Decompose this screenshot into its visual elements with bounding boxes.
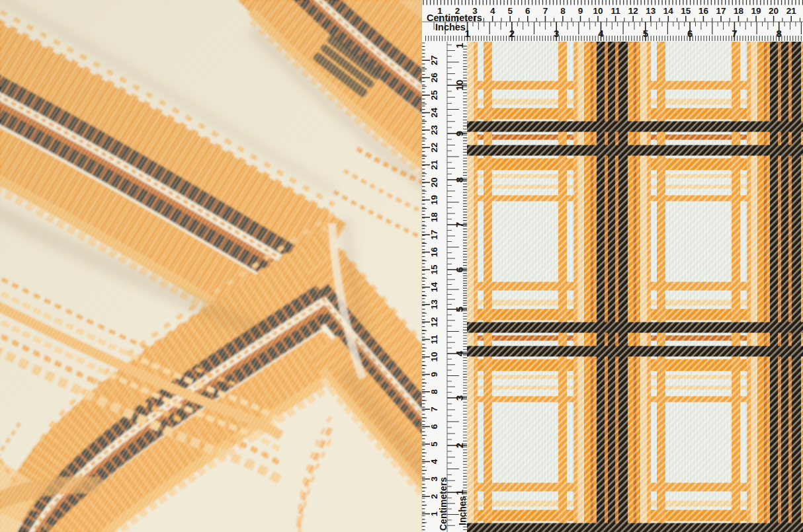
svg-text:6: 6 (429, 424, 439, 429)
svg-text:9: 9 (429, 372, 439, 377)
svg-text:12: 12 (429, 317, 439, 327)
svg-text:8: 8 (777, 28, 782, 39)
svg-text:8: 8 (429, 389, 439, 395)
svg-text:18: 18 (429, 212, 439, 223)
svg-text:4: 4 (490, 6, 495, 16)
svg-text:17: 17 (716, 6, 726, 16)
svg-text:5: 5 (429, 441, 439, 447)
svg-text:5: 5 (643, 28, 648, 39)
svg-text:Centimeters: Centimeters (438, 477, 448, 531)
svg-text:7: 7 (543, 6, 548, 16)
svg-text:19: 19 (429, 195, 439, 205)
svg-text:1: 1 (454, 490, 465, 495)
svg-text:14: 14 (429, 282, 439, 292)
svg-text:7: 7 (429, 406, 439, 412)
svg-text:1: 1 (464, 28, 470, 39)
svg-text:19: 19 (751, 6, 761, 16)
svg-text:8: 8 (454, 177, 465, 182)
svg-text:8: 8 (560, 6, 566, 16)
svg-text:9: 9 (578, 6, 583, 16)
svg-text:2: 2 (509, 28, 515, 39)
svg-text:1: 1 (454, 43, 465, 48)
svg-text:10: 10 (454, 80, 465, 91)
svg-text:2: 2 (454, 443, 465, 448)
svg-text:21: 21 (786, 6, 797, 16)
svg-text:4: 4 (429, 459, 439, 464)
svg-text:3: 3 (454, 395, 465, 400)
svg-text:15: 15 (681, 6, 691, 16)
svg-text:6: 6 (525, 6, 530, 16)
svg-text:23: 23 (429, 125, 439, 135)
svg-text:15: 15 (429, 264, 439, 275)
svg-text:7: 7 (732, 28, 737, 39)
svg-text:21: 21 (429, 160, 439, 171)
svg-text:18: 18 (734, 6, 744, 16)
svg-text:4: 4 (454, 350, 465, 356)
svg-text:26: 26 (429, 73, 439, 83)
svg-text:25: 25 (429, 90, 439, 100)
svg-text:27: 27 (429, 56, 439, 65)
svg-text:11: 11 (611, 6, 620, 16)
svg-text:22: 22 (429, 143, 439, 153)
svg-text:5: 5 (507, 6, 513, 16)
svg-text:16: 16 (429, 247, 439, 258)
svg-text:13: 13 (646, 6, 656, 16)
svg-text:7: 7 (454, 222, 465, 227)
svg-text:5: 5 (454, 307, 465, 312)
svg-text:24: 24 (429, 107, 439, 118)
svg-text:6: 6 (687, 28, 693, 39)
svg-text:13: 13 (429, 299, 439, 310)
svg-text:16: 16 (698, 6, 709, 16)
svg-text:10: 10 (429, 352, 439, 361)
svg-text:17: 17 (429, 230, 439, 240)
svg-text:9: 9 (454, 131, 465, 136)
svg-text:6: 6 (454, 267, 465, 272)
svg-text:10: 10 (593, 6, 603, 16)
svg-text:4: 4 (598, 28, 604, 39)
svg-text:11: 11 (429, 334, 439, 344)
svg-text:Inches: Inches (435, 22, 466, 32)
svg-text:20: 20 (429, 177, 439, 187)
svg-text:12: 12 (628, 6, 638, 16)
svg-text:20: 20 (769, 6, 779, 16)
svg-text:3: 3 (554, 28, 559, 39)
svg-text:14: 14 (663, 6, 674, 16)
svg-text:Inches: Inches (457, 496, 468, 525)
